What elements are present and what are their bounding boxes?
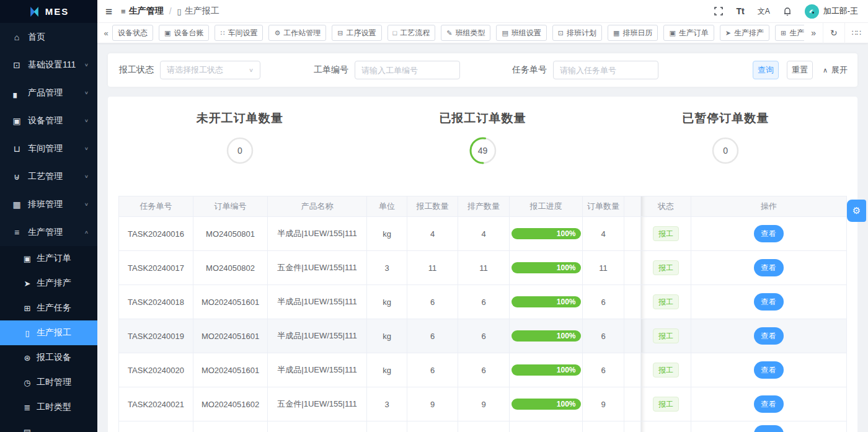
tab-schedule-plan[interactable]: ⊡排班计划 — [552, 25, 602, 41]
cell-product: 五金件|1UEW/155|111 — [268, 251, 367, 285]
status-badge: 报工 — [653, 397, 679, 412]
view-button[interactable]: 查看 — [754, 225, 784, 242]
sidebar-item-workshop-mgmt[interactable]: ⊔ 车间管理 ∨ — [0, 134, 97, 162]
collapse-toggle[interactable]: ∧ 展开 — [823, 64, 848, 76]
order-stats: 未开工订单数量 0 已报工订单数量 49 — [118, 110, 847, 165]
cell-clipped — [624, 387, 641, 421]
view-button[interactable]: 查看 — [754, 361, 784, 379]
user-menu[interactable]: 加工部-王 — [805, 4, 858, 19]
stat-paused: 已暂停订单数量 0 — [604, 110, 847, 165]
cell-clipped — [119, 421, 193, 432]
cell-unit: kg — [367, 285, 407, 319]
chevron-down-icon: ∨ — [84, 174, 89, 179]
tab-workstation-mgmt[interactable]: ⚙工作站管理 — [268, 25, 326, 41]
table-row: TASK20240018 MO2024051601 半成品|1UEW/155|1… — [119, 285, 847, 319]
content-panel: 未开工订单数量 0 已报工订单数量 49 — [108, 97, 857, 432]
sidebar-item-label: 生产订单 — [37, 253, 71, 264]
document-icon: ▯ — [177, 7, 182, 16]
tab-workshop-settings[interactable]: ∷车间设置 — [215, 25, 263, 41]
sidebar: MES ⌂ 首页 ⊡ 基础设置111 ∨ ▖ 产品管理 ∨ ▣ 设备管理 ∨ — [0, 0, 97, 432]
refresh-icon[interactable]: ↻ — [823, 23, 844, 43]
tab-production-order[interactable]: ▣生产订单 — [663, 25, 714, 41]
cell-clipped — [624, 353, 641, 387]
sidebar-item-production-mgmt[interactable]: ≡ 生产管理 ∧ — [0, 218, 97, 246]
filter-report-status: 报工状态 请选择报工状态 ∨ — [118, 61, 260, 79]
sidebar-item-workhour-mgmt[interactable]: ◷ 工时管理 — [0, 370, 97, 395]
sidebar-item-production-scheduling[interactable]: ➤ 生产排产 — [0, 271, 97, 296]
tabs-scroll-right-icon[interactable]: » — [804, 23, 823, 43]
fullscreen-icon[interactable] — [714, 7, 723, 15]
sidebar-item-label: 车间管理 — [28, 143, 63, 154]
cell-order-qty: 6 — [583, 319, 624, 353]
stat-value: 0 — [711, 136, 740, 165]
view-button[interactable]: 查看 — [754, 395, 784, 413]
chevron-down-icon: ∨ — [84, 118, 89, 123]
tab-team-type[interactable]: ✎班组类型 — [441, 25, 490, 41]
view-button[interactable]: 查看 — [754, 259, 784, 276]
work-order-input[interactable] — [355, 61, 460, 79]
breadcrumb-item-production-report[interactable]: ▯ 生产报工 — [177, 6, 219, 17]
cell-task-no: TASK20240019 — [119, 319, 193, 353]
col-order-no: 订单编号 — [193, 196, 268, 217]
sidebar-item-label: 报工设备 — [37, 352, 71, 363]
tab-process-settings[interactable]: ⊟工序设置 — [332, 25, 381, 41]
font-size-icon[interactable]: Tt — [736, 6, 744, 16]
chevron-down-icon: ∨ — [84, 146, 89, 151]
sidebar-item-equipment-mgmt[interactable]: ▣ 设备管理 ∨ — [0, 107, 97, 134]
cell-reported-qty: 9 — [407, 387, 458, 421]
bell-icon[interactable] — [783, 7, 792, 16]
tab-schedule-calendar[interactable]: ▦排班日历 — [608, 25, 658, 41]
task-order-input[interactable] — [553, 61, 658, 79]
table-row: TASK20240021 MO2024051602 五金件|1UEW/155|1… — [119, 387, 847, 421]
col-scheduled-qty: 排产数量 — [458, 196, 510, 217]
tab-production-scheduling[interactable]: ➤生产排产 — [720, 25, 769, 41]
view-button-clipped[interactable] — [754, 425, 784, 432]
tab-process-flow[interactable]: □工艺流程 — [388, 25, 436, 41]
bar-chart-icon: ▖ — [12, 88, 22, 98]
stat-title: 已暂停订单数量 — [604, 110, 847, 126]
sidebar-item-product-mgmt[interactable]: ▖ 产品管理 ∨ — [0, 79, 97, 107]
cell-clipped — [624, 421, 641, 432]
hamburger-menu-icon[interactable]: ≡ — [105, 6, 112, 17]
report-status-select[interactable]: 请选择报工状态 ∨ — [160, 61, 260, 79]
sidebar-item-production-report[interactable]: ▯ 生产报工 — [0, 320, 97, 345]
sidebar-item-basic-settings[interactable]: ⊡ 基础设置111 ∨ — [0, 51, 97, 79]
chevron-down-icon: ∨ — [84, 62, 89, 67]
view-button[interactable]: 查看 — [754, 327, 784, 345]
tab-device-status[interactable]: 设备状态 — [112, 25, 153, 41]
view-button[interactable]: 查看 — [754, 293, 784, 311]
sidebar-item-production-task[interactable]: ⊞ 生产任务 — [0, 296, 97, 320]
sidebar-item-home[interactable]: ⌂ 首页 — [0, 23, 97, 51]
logo-mark-icon — [29, 6, 40, 17]
book-icon: ▤ — [502, 29, 508, 37]
pencil-icon: ✎ — [446, 29, 452, 37]
sidebar-item-workhour-type[interactable]: ≣ 工时类型 — [0, 395, 97, 420]
cell-order-qty: 11 — [583, 251, 624, 285]
cell-order-no: MO2024051601 — [193, 285, 268, 319]
sidebar-item-partial[interactable]: ▤ — [0, 420, 97, 432]
tab-production-task[interactable]: ⊞生产任务 — [775, 25, 804, 41]
cell-scheduled-qty: 6 — [458, 353, 510, 387]
tabs-scroll-left-icon[interactable]: « — [100, 29, 112, 38]
cell-order-qty: 9 — [583, 387, 624, 421]
cell-task-no: TASK20240017 — [119, 251, 193, 285]
translate-icon[interactable]: 文A — [758, 6, 770, 17]
tab-options-grid-icon[interactable]: ∷∷ — [844, 23, 868, 43]
tab-device-ledger[interactable]: ▣设备台账 — [159, 25, 209, 41]
reset-button[interactable]: 重置 — [787, 61, 813, 79]
sidebar-item-report-equipment[interactable]: ⊛ 报工设备 — [0, 345, 97, 370]
sidebar-item-production-order[interactable]: ▣ 生产订单 — [0, 246, 97, 271]
sidebar-item-process-mgmt[interactable]: ⊎ 工艺管理 ∨ — [0, 162, 97, 190]
sidebar-item-scheduling-mgmt[interactable]: ▦ 排班管理 ∨ — [0, 190, 97, 218]
sidebar-item-label: 工时管理 — [37, 377, 71, 388]
tabs-list: 设备状态 ▣设备台账 ∷车间设置 ⚙工作站管理 ⊟工序设置 □工艺流程 ✎班组类… — [112, 25, 804, 41]
query-button[interactable]: 查询 — [753, 61, 779, 79]
grid-icon: ∷ — [220, 29, 224, 37]
col-product: 产品名称 — [268, 196, 367, 217]
cell-scheduled-qty: 9 — [458, 387, 510, 421]
stat-value: 0 — [226, 136, 254, 165]
breadcrumb-item-production-mgmt[interactable]: ≡ 生产管理 — [121, 6, 164, 17]
breadcrumb-separator: / — [169, 6, 172, 16]
column-settings-gear-button[interactable]: ⚙ — [847, 200, 866, 222]
tab-team-settings[interactable]: ▤班组设置 — [496, 25, 546, 41]
